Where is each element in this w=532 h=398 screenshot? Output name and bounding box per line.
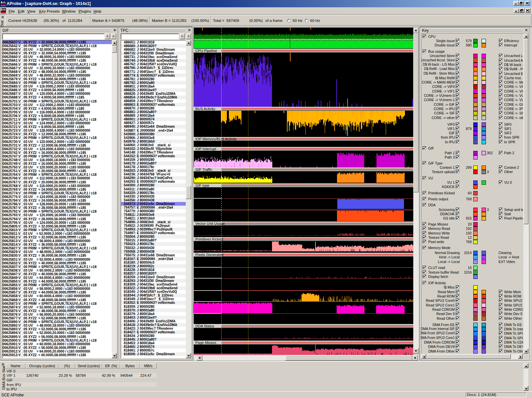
svg-text:Vector Unit Usage: Vector Unit Usage: [195, 222, 225, 226]
svg-text:DDA Status: DDA Status: [195, 324, 214, 328]
svg-text:Pixels Generated: Pixels Generated: [195, 253, 223, 257]
svg-text:IOP Memory/BUS Activity: IOP Memory/BUS Activity: [195, 137, 237, 141]
svg-text:Page Misses: Page Misses: [195, 341, 216, 345]
svg-text:GIF Traffic: GIF Traffic: [195, 167, 213, 171]
svg-text:Primitives Kicked: Primitives Kicked: [195, 237, 223, 241]
svg-text:IOP Interrupt: IOP Interrupt: [195, 147, 216, 151]
svg-text:CPU Pipeline: CPU Pipeline: [195, 49, 217, 53]
svg-text:GIF type: GIF type: [195, 183, 209, 187]
svg-text:BUS Activity: BUS Activity: [195, 107, 215, 111]
